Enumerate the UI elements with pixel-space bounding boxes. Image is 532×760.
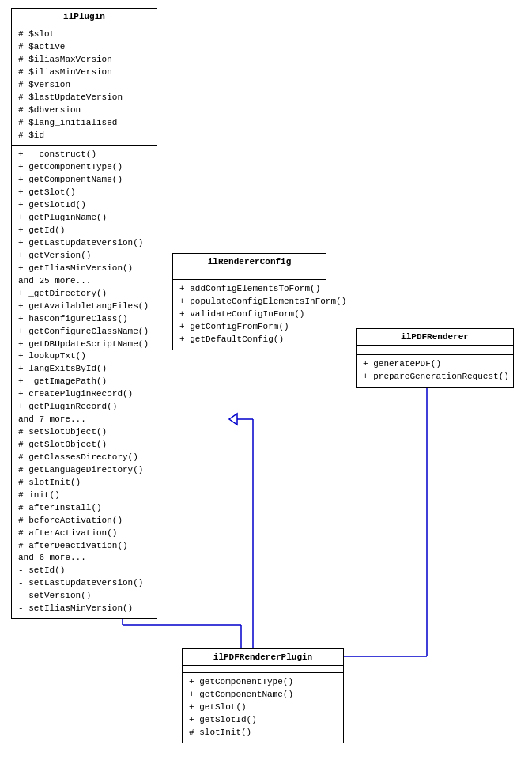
ilPDFRenderer-box: ilPDFRenderer + generatePDF() + prepareG…: [356, 328, 514, 388]
ilPlugin-attributes: # $slot # $active # $iliasMaxVersion # $…: [12, 25, 157, 146]
ilPDFRendererPlugin-empty-section: [183, 666, 343, 673]
ilPlugin-box: ilPlugin # $slot # $active # $iliasMaxVe…: [11, 8, 157, 619]
ilRendererConfig-title: ilRendererConfig: [173, 254, 326, 270]
ilRendererConfig-box: ilRendererConfig + addConfigElementsToFo…: [172, 253, 326, 350]
ilPDFRendererPlugin-methods: + getComponentType() + getComponentName(…: [183, 673, 343, 743]
ilPDFRendererPlugin-box: ilPDFRendererPlugin + getComponentType()…: [182, 648, 344, 743]
ilRendererConfig-empty-section: [173, 270, 326, 280]
ilPDFRendererPlugin-title: ilPDFRendererPlugin: [183, 649, 343, 666]
ilPlugin-title: ilPlugin: [12, 9, 157, 25]
ilPDFRenderer-empty-section: [357, 346, 513, 355]
ilPlugin-methods: + __construct() + getComponentType() + g…: [12, 146, 157, 618]
ilPDFRenderer-title: ilPDFRenderer: [357, 329, 513, 346]
ilPDFRenderer-methods: + generatePDF() + prepareGenerationReque…: [357, 355, 513, 387]
svg-marker-6: [229, 414, 237, 425]
diagram-container: ilPlugin # $slot # $active # $iliasMaxVe…: [0, 0, 532, 760]
ilRendererConfig-methods: + addConfigElementsToForm() + populateCo…: [173, 280, 326, 350]
